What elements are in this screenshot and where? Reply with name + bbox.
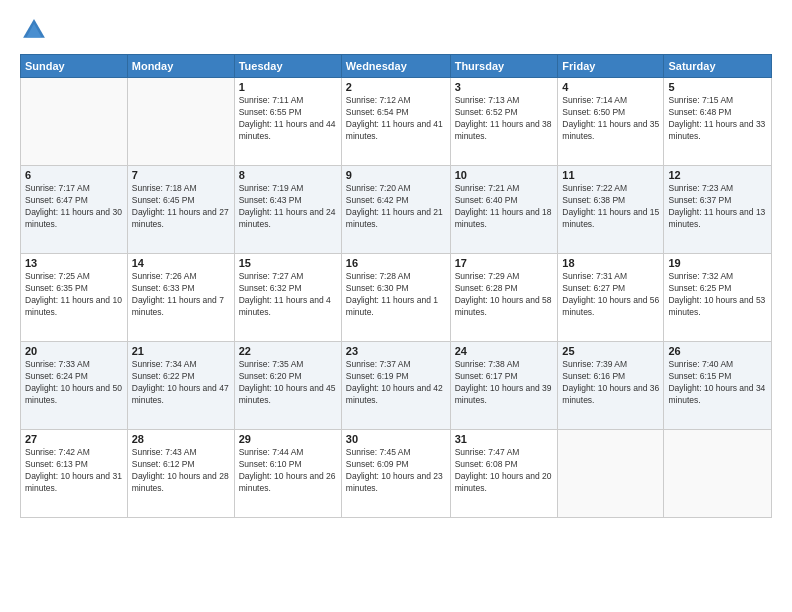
cell-info: Sunrise: 7:31 AMSunset: 6:27 PMDaylight:… [562, 271, 659, 319]
weekday-header: Friday [558, 55, 664, 78]
cell-day-number: 24 [455, 345, 554, 357]
calendar-cell [21, 78, 128, 166]
cell-day-number: 22 [239, 345, 337, 357]
calendar-week-row: 20Sunrise: 7:33 AMSunset: 6:24 PMDayligh… [21, 342, 772, 430]
cell-day-number: 14 [132, 257, 230, 269]
cell-info: Sunrise: 7:47 AMSunset: 6:08 PMDaylight:… [455, 447, 554, 495]
calendar-cell: 17Sunrise: 7:29 AMSunset: 6:28 PMDayligh… [450, 254, 558, 342]
calendar-cell: 12Sunrise: 7:23 AMSunset: 6:37 PMDayligh… [664, 166, 772, 254]
calendar-cell: 21Sunrise: 7:34 AMSunset: 6:22 PMDayligh… [127, 342, 234, 430]
weekday-header: Monday [127, 55, 234, 78]
cell-info: Sunrise: 7:21 AMSunset: 6:40 PMDaylight:… [455, 183, 554, 231]
calendar-cell: 9Sunrise: 7:20 AMSunset: 6:42 PMDaylight… [341, 166, 450, 254]
cell-day-number: 10 [455, 169, 554, 181]
cell-info: Sunrise: 7:45 AMSunset: 6:09 PMDaylight:… [346, 447, 446, 495]
calendar-cell: 13Sunrise: 7:25 AMSunset: 6:35 PMDayligh… [21, 254, 128, 342]
cell-day-number: 20 [25, 345, 123, 357]
calendar-week-row: 6Sunrise: 7:17 AMSunset: 6:47 PMDaylight… [21, 166, 772, 254]
header [20, 16, 772, 44]
calendar-cell: 3Sunrise: 7:13 AMSunset: 6:52 PMDaylight… [450, 78, 558, 166]
calendar-cell: 18Sunrise: 7:31 AMSunset: 6:27 PMDayligh… [558, 254, 664, 342]
cell-day-number: 31 [455, 433, 554, 445]
calendar-cell: 31Sunrise: 7:47 AMSunset: 6:08 PMDayligh… [450, 430, 558, 518]
cell-info: Sunrise: 7:38 AMSunset: 6:17 PMDaylight:… [455, 359, 554, 407]
cell-day-number: 30 [346, 433, 446, 445]
calendar-cell: 26Sunrise: 7:40 AMSunset: 6:15 PMDayligh… [664, 342, 772, 430]
cell-day-number: 16 [346, 257, 446, 269]
cell-info: Sunrise: 7:40 AMSunset: 6:15 PMDaylight:… [668, 359, 767, 407]
cell-day-number: 2 [346, 81, 446, 93]
calendar-cell: 8Sunrise: 7:19 AMSunset: 6:43 PMDaylight… [234, 166, 341, 254]
cell-info: Sunrise: 7:39 AMSunset: 6:16 PMDaylight:… [562, 359, 659, 407]
cell-day-number: 21 [132, 345, 230, 357]
cell-day-number: 15 [239, 257, 337, 269]
cell-day-number: 7 [132, 169, 230, 181]
cell-day-number: 23 [346, 345, 446, 357]
weekday-header: Sunday [21, 55, 128, 78]
calendar-cell: 29Sunrise: 7:44 AMSunset: 6:10 PMDayligh… [234, 430, 341, 518]
cell-info: Sunrise: 7:22 AMSunset: 6:38 PMDaylight:… [562, 183, 659, 231]
calendar-cell: 22Sunrise: 7:35 AMSunset: 6:20 PMDayligh… [234, 342, 341, 430]
cell-day-number: 19 [668, 257, 767, 269]
cell-info: Sunrise: 7:29 AMSunset: 6:28 PMDaylight:… [455, 271, 554, 319]
cell-info: Sunrise: 7:32 AMSunset: 6:25 PMDaylight:… [668, 271, 767, 319]
cell-day-number: 12 [668, 169, 767, 181]
cell-day-number: 3 [455, 81, 554, 93]
cell-info: Sunrise: 7:23 AMSunset: 6:37 PMDaylight:… [668, 183, 767, 231]
cell-info: Sunrise: 7:35 AMSunset: 6:20 PMDaylight:… [239, 359, 337, 407]
cell-day-number: 8 [239, 169, 337, 181]
cell-info: Sunrise: 7:11 AMSunset: 6:55 PMDaylight:… [239, 95, 337, 143]
calendar-cell: 1Sunrise: 7:11 AMSunset: 6:55 PMDaylight… [234, 78, 341, 166]
cell-day-number: 1 [239, 81, 337, 93]
calendar-cell: 15Sunrise: 7:27 AMSunset: 6:32 PMDayligh… [234, 254, 341, 342]
cell-info: Sunrise: 7:12 AMSunset: 6:54 PMDaylight:… [346, 95, 446, 143]
cell-info: Sunrise: 7:26 AMSunset: 6:33 PMDaylight:… [132, 271, 230, 319]
calendar-cell: 4Sunrise: 7:14 AMSunset: 6:50 PMDaylight… [558, 78, 664, 166]
calendar-cell: 5Sunrise: 7:15 AMSunset: 6:48 PMDaylight… [664, 78, 772, 166]
calendar-cell: 7Sunrise: 7:18 AMSunset: 6:45 PMDaylight… [127, 166, 234, 254]
cell-day-number: 25 [562, 345, 659, 357]
calendar-week-row: 1Sunrise: 7:11 AMSunset: 6:55 PMDaylight… [21, 78, 772, 166]
calendar-cell: 2Sunrise: 7:12 AMSunset: 6:54 PMDaylight… [341, 78, 450, 166]
weekday-header: Thursday [450, 55, 558, 78]
calendar-cell: 11Sunrise: 7:22 AMSunset: 6:38 PMDayligh… [558, 166, 664, 254]
cell-info: Sunrise: 7:20 AMSunset: 6:42 PMDaylight:… [346, 183, 446, 231]
cell-day-number: 13 [25, 257, 123, 269]
cell-day-number: 18 [562, 257, 659, 269]
calendar-cell: 24Sunrise: 7:38 AMSunset: 6:17 PMDayligh… [450, 342, 558, 430]
cell-info: Sunrise: 7:37 AMSunset: 6:19 PMDaylight:… [346, 359, 446, 407]
cell-info: Sunrise: 7:42 AMSunset: 6:13 PMDaylight:… [25, 447, 123, 495]
calendar-cell: 20Sunrise: 7:33 AMSunset: 6:24 PMDayligh… [21, 342, 128, 430]
cell-info: Sunrise: 7:15 AMSunset: 6:48 PMDaylight:… [668, 95, 767, 143]
logo-icon [20, 16, 48, 44]
cell-info: Sunrise: 7:28 AMSunset: 6:30 PMDaylight:… [346, 271, 446, 319]
cell-info: Sunrise: 7:18 AMSunset: 6:45 PMDaylight:… [132, 183, 230, 231]
calendar-cell [664, 430, 772, 518]
weekday-header: Wednesday [341, 55, 450, 78]
page: SundayMondayTuesdayWednesdayThursdayFrid… [0, 0, 792, 612]
cell-info: Sunrise: 7:44 AMSunset: 6:10 PMDaylight:… [239, 447, 337, 495]
calendar-cell: 28Sunrise: 7:43 AMSunset: 6:12 PMDayligh… [127, 430, 234, 518]
calendar-cell: 14Sunrise: 7:26 AMSunset: 6:33 PMDayligh… [127, 254, 234, 342]
calendar-cell: 25Sunrise: 7:39 AMSunset: 6:16 PMDayligh… [558, 342, 664, 430]
calendar-cell: 16Sunrise: 7:28 AMSunset: 6:30 PMDayligh… [341, 254, 450, 342]
calendar-cell [127, 78, 234, 166]
cell-day-number: 9 [346, 169, 446, 181]
cell-day-number: 29 [239, 433, 337, 445]
cell-day-number: 11 [562, 169, 659, 181]
calendar-cell [558, 430, 664, 518]
cell-info: Sunrise: 7:14 AMSunset: 6:50 PMDaylight:… [562, 95, 659, 143]
calendar-cell: 23Sunrise: 7:37 AMSunset: 6:19 PMDayligh… [341, 342, 450, 430]
cell-info: Sunrise: 7:33 AMSunset: 6:24 PMDaylight:… [25, 359, 123, 407]
logo [20, 16, 52, 44]
calendar-cell: 10Sunrise: 7:21 AMSunset: 6:40 PMDayligh… [450, 166, 558, 254]
cell-info: Sunrise: 7:34 AMSunset: 6:22 PMDaylight:… [132, 359, 230, 407]
cell-day-number: 5 [668, 81, 767, 93]
cell-day-number: 26 [668, 345, 767, 357]
calendar-table: SundayMondayTuesdayWednesdayThursdayFrid… [20, 54, 772, 518]
weekday-header: Saturday [664, 55, 772, 78]
cell-day-number: 17 [455, 257, 554, 269]
cell-info: Sunrise: 7:17 AMSunset: 6:47 PMDaylight:… [25, 183, 123, 231]
weekday-header: Tuesday [234, 55, 341, 78]
cell-info: Sunrise: 7:25 AMSunset: 6:35 PMDaylight:… [25, 271, 123, 319]
